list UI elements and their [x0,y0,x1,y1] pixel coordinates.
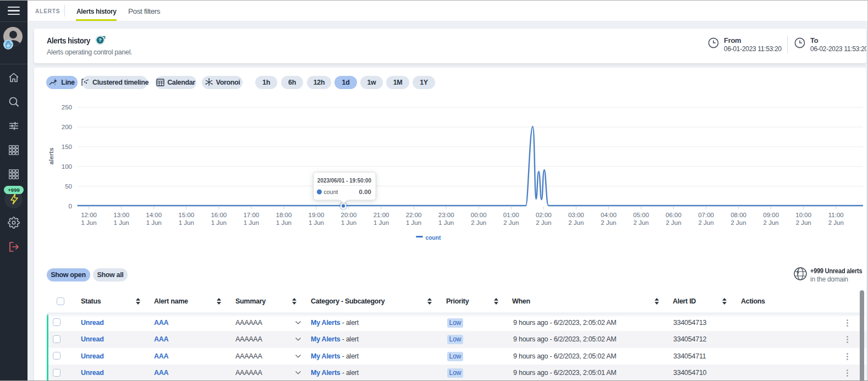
svg-text:count: count [324,189,339,195]
svg-text:21:00: 21:00 [373,212,389,218]
svg-text:1 Jun: 1 Jun [81,219,97,226]
svg-text:17:00: 17:00 [243,212,259,218]
svg-text:250: 250 [62,104,72,111]
svg-text:22:00: 22:00 [406,212,422,218]
svg-text:2 Jun: 2 Jun [503,219,519,226]
svg-text:05:00: 05:00 [633,212,649,218]
svg-text:10:00: 10:00 [795,212,811,218]
svg-text:13:00: 13:00 [113,212,129,218]
svg-text:2 Jun: 2 Jun [763,219,779,226]
svg-text:2 Jun: 2 Jun [666,219,681,226]
svg-text:16:00: 16:00 [211,212,227,218]
svg-text:1 Jun: 1 Jun [341,219,356,226]
svg-text:1 Jun: 1 Jun [309,219,324,226]
svg-text:1 Jun: 1 Jun [114,219,129,226]
svg-text:02:00: 02:00 [536,212,552,218]
svg-text:2 Jun: 2 Jun [698,219,713,226]
svg-text:2 Jun: 2 Jun [796,219,811,226]
svg-text:2 Jun: 2 Jun [536,219,551,226]
svg-text:2023/06/01 - 19:50:00: 2023/06/01 - 19:50:00 [317,177,371,184]
svg-text:23:00: 23:00 [438,212,454,218]
svg-text:19:00: 19:00 [309,212,325,218]
svg-text:count: count [426,234,441,241]
svg-text:2 Jun: 2 Jun [568,219,584,226]
svg-text:1 Jun: 1 Jun [211,219,227,226]
svg-text:50: 50 [65,183,72,190]
svg-text:2 Jun: 2 Jun [471,219,486,226]
svg-text:04:00: 04:00 [601,212,617,218]
svg-text:1 Jun: 1 Jun [373,219,389,226]
svg-text:1 Jun: 1 Jun [179,219,194,226]
svg-text:1 Jun: 1 Jun [406,219,421,226]
svg-text:20:00: 20:00 [341,212,357,218]
svg-text:00:00: 00:00 [471,212,487,218]
svg-text:06:00: 06:00 [666,212,682,218]
svg-text:03:00: 03:00 [568,212,584,218]
svg-text:07:00: 07:00 [698,212,714,218]
svg-text:01:00: 01:00 [503,212,519,218]
svg-text:15:00: 15:00 [178,212,194,218]
svg-text:2 Jun: 2 Jun [601,219,616,226]
svg-text:08:00: 08:00 [730,212,746,218]
svg-text:1 Jun: 1 Jun [146,219,162,226]
svg-text:14:00: 14:00 [146,212,162,218]
svg-text:0: 0 [69,203,72,209]
svg-text:2 Jun: 2 Jun [828,219,844,226]
svg-text:100: 100 [62,163,72,170]
svg-text:2 Jun: 2 Jun [633,219,649,226]
svg-text:150: 150 [62,143,72,150]
svg-text:09:00: 09:00 [763,212,779,218]
svg-text:11:00: 11:00 [828,212,844,218]
svg-text:alerts: alerts [48,148,54,165]
svg-text:1 Jun: 1 Jun [244,219,259,226]
svg-text:0.00: 0.00 [359,189,371,195]
svg-text:18:00: 18:00 [276,212,292,218]
svg-text:2 Jun: 2 Jun [731,219,746,226]
svg-text:12:00: 12:00 [81,212,97,218]
svg-text:1 Jun: 1 Jun [438,219,454,226]
svg-text:200: 200 [62,124,72,130]
svg-text:1 Jun: 1 Jun [276,219,292,226]
